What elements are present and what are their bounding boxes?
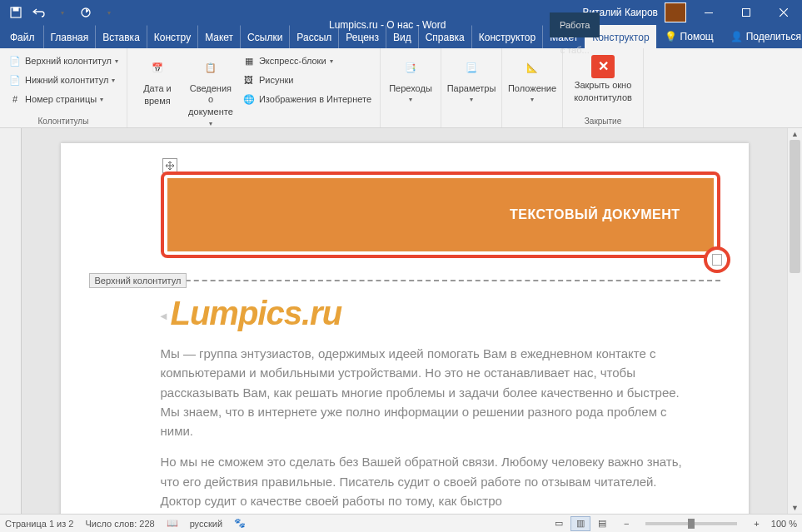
tell-me[interactable]: 💡Помощ <box>656 25 722 48</box>
status-bar: Страница 1 из 2 Число слов: 228 📖 русски… <box>0 514 802 532</box>
window-title: Lumpics.ru - О нас - Word <box>329 12 446 37</box>
table-resize-handle[interactable] <box>704 246 730 273</box>
page-status[interactable]: Страница 1 из 2 <box>5 519 73 529</box>
picture-icon: 🖼 <box>242 73 256 87</box>
group-label-close: Закрытие <box>568 115 638 126</box>
quick-parts-button[interactable]: ▦Экспресс-блоки <box>239 52 375 70</box>
footer-button[interactable]: 📄Нижний колонтитул <box>5 71 122 89</box>
group-options: 📃Параметры <box>441 48 502 127</box>
spellcheck-icon[interactable]: 📖 <box>167 518 178 529</box>
header-banner-box[interactable]: ТЕКСТОВЫЙ ДОКУМЕНТ <box>161 172 720 258</box>
position-icon: 📐 <box>519 55 545 82</box>
tab-references[interactable]: Ссылки <box>240 25 289 48</box>
svg-rect-4 <box>742 9 750 17</box>
zoom-out-button[interactable]: − <box>624 519 629 529</box>
redo-icon[interactable] <box>75 2 97 22</box>
group-position: 📐Положение <box>502 48 563 127</box>
vertical-scrollbar[interactable]: ▲ ▼ <box>787 128 802 514</box>
scroll-up-icon[interactable]: ▲ <box>788 128 802 140</box>
header-button[interactable]: 📄Верхний колонтитул <box>5 52 122 70</box>
tab-insert[interactable]: Вставка <box>95 25 147 48</box>
accessibility-icon[interactable]: 🐾 <box>234 518 246 529</box>
page: ТЕКСТОВЫЙ ДОКУМЕНТ Верхний колонтитул Lu… <box>61 143 749 514</box>
vertical-ruler[interactable] <box>0 128 22 514</box>
maximize-button[interactable] <box>727 0 765 25</box>
avatar[interactable] <box>665 2 686 22</box>
read-mode-button[interactable]: ▭ <box>549 516 569 531</box>
zoom-level[interactable]: 100 % <box>771 519 797 529</box>
footer-icon: 📄 <box>8 73 22 87</box>
calendar-icon: 📅 <box>144 55 171 82</box>
paragraph-2: Но мы не сможем это сделать без Вашей об… <box>161 452 690 510</box>
title-bar: Lumpics.ru - О нас - Word Работа с таб..… <box>0 0 802 25</box>
close-button[interactable] <box>765 0 802 25</box>
pictures-button[interactable]: 🖼Рисунки <box>239 71 375 89</box>
header-tag: Верхний колонтитул <box>89 273 187 288</box>
web-layout-button[interactable]: ▤ <box>592 516 612 531</box>
nav-icon: 📑 <box>397 55 424 82</box>
language-status[interactable]: русский <box>190 519 222 529</box>
group-label-headers: Колонтитулы <box>5 115 122 126</box>
undo-icon[interactable] <box>28 2 50 22</box>
header-icon: 📄 <box>8 54 22 67</box>
options-icon: 📃 <box>458 55 485 82</box>
zoom-thumb[interactable] <box>688 519 695 529</box>
zoom-in-button[interactable]: + <box>754 519 759 529</box>
document-viewport[interactable]: ТЕКСТОВЫЙ ДОКУМЕНТ Верхний колонтитул Lu… <box>22 128 787 514</box>
scroll-thumb[interactable] <box>790 140 800 273</box>
undo-dropdown-icon[interactable] <box>52 2 73 22</box>
hash-icon: # <box>8 92 22 106</box>
qat-customize-icon[interactable] <box>98 2 120 22</box>
globe-icon: 🌐 <box>242 92 256 106</box>
group-insert: 📅 Дата ивремя 📋 Сведения одокументе ▦Экс… <box>127 48 381 127</box>
quick-access-toolbar <box>0 2 125 22</box>
blocks-icon: ▦ <box>242 54 256 67</box>
site-title: Lumpics.ru <box>161 295 690 332</box>
group-headers: 📄Верхний колонтитул 📄Нижний колонтитул #… <box>0 48 127 127</box>
position-button[interactable]: 📐Положение <box>507 52 557 115</box>
document-info-button[interactable]: 📋 Сведения одокументе <box>186 52 236 131</box>
word-count[interactable]: Число слов: 228 <box>85 519 154 529</box>
zoom-slider[interactable] <box>645 522 737 525</box>
document-body[interactable]: Lumpics.ru Мы — группа энтузиастов, одер… <box>61 281 749 510</box>
svg-rect-3 <box>705 12 713 13</box>
header-banner-text[interactable]: ТЕКСТОВЫЙ ДОКУМЕНТ <box>167 178 714 251</box>
header-divider: Верхний колонтитул <box>161 280 720 281</box>
tab-file[interactable]: Файл <box>3 25 42 48</box>
print-layout-button[interactable]: ▥ <box>570 516 590 531</box>
paragraph-1: Мы — группа энтузиастов, одержимых идеей… <box>161 344 690 440</box>
date-time-button[interactable]: 📅 Дата ивремя <box>132 52 182 131</box>
view-buttons: ▭ ▥ ▤ <box>549 516 612 531</box>
lightbulb-icon: 💡 <box>665 31 677 42</box>
options-button[interactable]: 📃Параметры <box>446 52 496 115</box>
tab-home[interactable]: Главная <box>43 25 96 48</box>
close-x-icon: ✕ <box>591 55 615 78</box>
page-number-button[interactable]: #Номер страницы <box>5 90 122 108</box>
svg-rect-1 <box>13 7 18 11</box>
navigation-button[interactable]: 📑Переходы <box>386 52 436 115</box>
share-button[interactable]: 👤Поделиться <box>722 25 802 48</box>
scroll-down-icon[interactable]: ▼ <box>788 502 802 514</box>
header-zone[interactable]: ТЕКСТОВЫЙ ДОКУМЕНТ Верхний колонтитул <box>61 143 749 281</box>
document-area: ТЕКСТОВЫЙ ДОКУМЕНТ Верхний колонтитул Lu… <box>0 128 802 514</box>
tab-table-design[interactable]: Конструктор <box>471 25 542 48</box>
ribbon: 📄Верхний колонтитул 📄Нижний колонтитул #… <box>0 48 802 128</box>
share-icon: 👤 <box>730 31 743 42</box>
document-icon: 📋 <box>197 55 224 82</box>
window-controls <box>690 0 802 25</box>
group-navigation: 📑Переходы <box>381 48 441 127</box>
online-pictures-button[interactable]: 🌐Изображения в Интернете <box>239 90 375 108</box>
tab-design[interactable]: Констру <box>147 25 197 48</box>
save-icon[interactable] <box>5 2 27 22</box>
tab-layout[interactable]: Макет <box>197 25 240 48</box>
context-tab-label: Работа с таб... <box>550 12 600 37</box>
minimize-button[interactable] <box>690 0 727 25</box>
